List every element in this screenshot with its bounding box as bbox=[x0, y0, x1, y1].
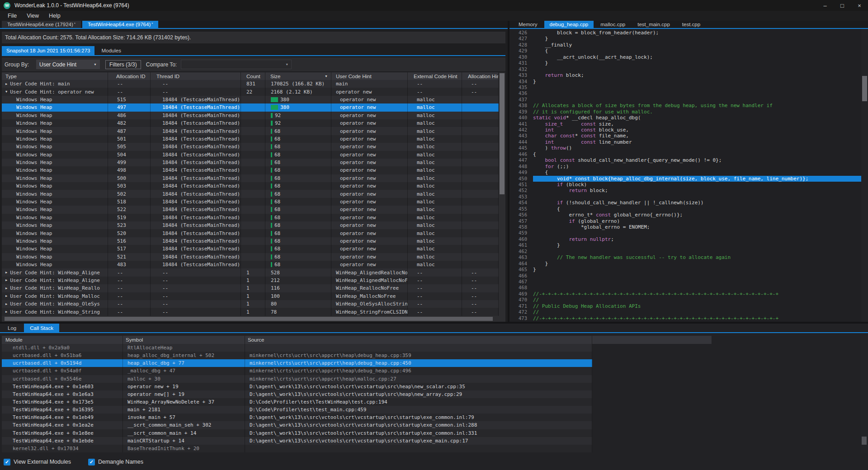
alloc-group-row[interactable]: ▶User Code Hint: WinHeap_Aligne----1212W… bbox=[2, 277, 499, 284]
allocation-table-hscrollbar[interactable] bbox=[2, 316, 499, 322]
call-stack-row[interactable]: ucrtbased.dll + 0x54a0f_malloc_dbg + 47m… bbox=[2, 367, 592, 375]
editor-tab-test-cpp[interactable]: test.cpp bbox=[677, 21, 706, 28]
hscrollbar-thumb[interactable] bbox=[5, 317, 493, 321]
call-stack-row[interactable]: ntdll.dll + 0x2a9a0RtlAllocateHeap bbox=[2, 344, 592, 352]
call-stack-row[interactable]: ucrtbased.dll + 0x5546emalloc + 30minker… bbox=[2, 375, 592, 383]
expand-icon[interactable]: ▶ bbox=[5, 82, 7, 86]
alloc-group-row[interactable]: ▼User Code Hint: operator new----222168 … bbox=[2, 88, 499, 95]
alloc-row[interactable]: Windows Heap52118484 (TestcaseMainThread… bbox=[2, 253, 499, 261]
alloc-row[interactable]: Windows Heap48318484 (TestcaseMainThread… bbox=[2, 261, 499, 268]
column-header-count[interactable]: Count bbox=[241, 72, 265, 80]
process-tab-testwinheap64-exe-9764-[interactable]: TestWinHeap64.exe (9764)* bbox=[82, 21, 158, 28]
column-header-source[interactable]: Source bbox=[245, 336, 592, 344]
alloc-group-row[interactable]: ▶User Code Hint: WinHeap_Aligne----1528W… bbox=[2, 268, 499, 276]
menu-item-view[interactable]: View bbox=[22, 11, 44, 21]
group-by-dropdown[interactable]: User Code Hint ▼ bbox=[36, 60, 100, 69]
alloc-row[interactable]: Windows Heap50318484 (TestcaseMainThread… bbox=[2, 182, 499, 190]
column-header-allocation-id[interactable]: Allocation ID bbox=[108, 72, 151, 80]
alloc-row[interactable]: Windows Heap49718484 (TestcaseMainThread… bbox=[2, 103, 499, 111]
call-stack-row[interactable]: TestWinHeap64.exe + 0x1ea2e__scrt_common… bbox=[2, 421, 592, 429]
expand-icon[interactable]: ▶ bbox=[5, 310, 7, 314]
alloc-row[interactable]: Windows Heap50018484 (TestcaseMainThread… bbox=[2, 174, 499, 182]
collapse-icon[interactable]: ▼ bbox=[5, 90, 7, 94]
alloc-group-row[interactable]: ▶User Code Hint: main----831170825 (166.… bbox=[2, 80, 499, 88]
alloc-row[interactable]: Windows Heap51518484 (TestcaseMainThread… bbox=[2, 96, 499, 103]
bottom-tab-log[interactable]: Log bbox=[2, 324, 22, 332]
alloc-row[interactable]: Windows Heap51718484 (TestcaseMainThread… bbox=[2, 245, 499, 253]
maximize-button[interactable]: □ bbox=[834, 0, 851, 11]
alloc-row[interactable]: Windows Heap51818484 (TestcaseMainThread… bbox=[2, 198, 499, 206]
view-tab-modules[interactable]: Modules bbox=[97, 46, 125, 55]
column-header-allocation-hint[interactable]: Allocation Hint bbox=[462, 72, 499, 80]
alloc-row[interactable]: Windows Heap51618484 (TestcaseMainThread… bbox=[2, 237, 499, 245]
alloc-group-row[interactable]: ▶User Code Hint: WinHeap_OleSys----180Wi… bbox=[2, 300, 499, 308]
vscrollbar-thumb[interactable] bbox=[500, 73, 505, 194]
column-header-external-code-hint[interactable]: External Code Hint bbox=[408, 72, 462, 80]
bottom-tab-call-stack[interactable]: Call Stack bbox=[24, 324, 59, 332]
alloc-row[interactable]: Windows Heap52018484 (TestcaseMainThread… bbox=[2, 229, 499, 237]
alloc-group-row[interactable]: ▶User Code Hint: WinHeap_Malloc----1100W… bbox=[2, 292, 499, 300]
process-tab-testwinheap64-exe-17924-[interactable]: TestWinHeap64.exe (17924)* bbox=[2, 21, 81, 28]
column-header-user-code-hint[interactable]: User Code Hint bbox=[331, 72, 408, 80]
external-code-hint-cell: malloc bbox=[417, 215, 435, 221]
menu-item-help[interactable]: Help bbox=[44, 11, 66, 21]
editor-tab-memory[interactable]: Memory bbox=[513, 21, 543, 28]
alloc-row[interactable]: Windows Heap50518484 (TestcaseMainThread… bbox=[2, 143, 499, 150]
expand-icon[interactable]: ▶ bbox=[5, 302, 7, 306]
editor-scrollbar-thumb[interactable] bbox=[862, 76, 867, 101]
editor-tab-test-main-cpp[interactable]: test_main.cpp bbox=[632, 21, 675, 28]
call-stack-row[interactable]: TestWinHeap64.exe + 0x16395main + 2181D:… bbox=[2, 406, 592, 414]
alloc-row[interactable]: Windows Heap50218484 (TestcaseMainThread… bbox=[2, 190, 499, 197]
call-stack-row[interactable]: TestWinHeap64.exe + 0x173e5WinHeap_Array… bbox=[2, 398, 592, 406]
checkbox-checked-icon[interactable]: ✓ bbox=[4, 459, 10, 465]
line-number: 455 bbox=[509, 206, 533, 212]
alloc-row[interactable]: Windows Heap50418484 (TestcaseMainThread… bbox=[2, 151, 499, 159]
alloc-row[interactable]: Windows Heap52218484 (TestcaseMainThread… bbox=[2, 206, 499, 213]
editor-tab-malloc-cpp[interactable]: malloc.cpp bbox=[595, 21, 631, 28]
type-cell: Windows Heap bbox=[16, 246, 52, 252]
option-view-external-modules[interactable]: ✓View External Modules bbox=[4, 459, 71, 465]
call-stack-row[interactable]: TestWinHeap64.exe + 0x1e603operator new … bbox=[2, 383, 592, 390]
expand-icon[interactable]: ▶ bbox=[5, 271, 7, 274]
module-cell: ucrtbased.dll + 0x51ba6 bbox=[2, 352, 123, 359]
alloc-row[interactable]: Windows Heap51918484 (TestcaseMainThread… bbox=[2, 214, 499, 221]
call-stack-row[interactable]: TestWinHeap64.exe + 0x1ebdemainCRTStartu… bbox=[2, 437, 592, 445]
menu-item-file[interactable]: File bbox=[3, 11, 22, 21]
alloc-row[interactable]: Windows Heap49918484 (TestcaseMainThread… bbox=[2, 159, 499, 166]
view-tab-snapshot-18-jun-2021-15-01-56-273[interactable]: Snapshot 18 Jun 2021 15:01:56:273 bbox=[2, 46, 94, 55]
allocation-table-vscrollbar[interactable] bbox=[499, 72, 505, 322]
column-header-symbol[interactable]: Symbol bbox=[123, 336, 245, 344]
alloc-group-row[interactable]: ▶User Code Hint: WinHeap_Reallo----1116W… bbox=[2, 284, 499, 292]
column-header-type[interactable]: Type bbox=[2, 72, 108, 80]
alloc-row[interactable]: Windows Heap52318484 (TestcaseMainThread… bbox=[2, 221, 499, 229]
option-demangle-names[interactable]: ✓Demangle Names bbox=[88, 459, 143, 465]
filters-button[interactable]: Filters (3/3) bbox=[105, 60, 141, 69]
call-stack-row[interactable]: TestWinHeap64.exe + 0x1e6a3operator new[… bbox=[2, 390, 592, 398]
call-stack-scrollbar-thumb[interactable] bbox=[862, 437, 867, 445]
close-button[interactable]: × bbox=[851, 0, 868, 11]
alloc-row[interactable]: Windows Heap48718484 (TestcaseMainThread… bbox=[2, 127, 499, 135]
expand-icon[interactable]: ▶ bbox=[5, 278, 7, 282]
call-stack-row[interactable]: ucrtbased.dll + 0x5194dheap_alloc_dbg + … bbox=[2, 359, 592, 367]
column-header-thread-id[interactable]: Thread ID bbox=[151, 72, 241, 80]
alloc-row[interactable]: Windows Heap49818484 (TestcaseMainThread… bbox=[2, 166, 499, 174]
checkbox-checked-icon[interactable]: ✓ bbox=[88, 459, 95, 465]
editor-tab-debug-heap-cpp[interactable]: debug_heap.cpp bbox=[544, 21, 594, 28]
call-stack-vscrollbar[interactable] bbox=[861, 336, 868, 453]
minimize-button[interactable]: – bbox=[816, 0, 834, 11]
compare-to-dropdown[interactable]: ▼ bbox=[181, 60, 292, 69]
editor-vscrollbar[interactable] bbox=[861, 29, 868, 322]
call-stack-row[interactable]: TestWinHeap64.exe + 0x1eb49invoke_main +… bbox=[2, 414, 592, 421]
column-header-size[interactable]: Size▼ bbox=[265, 72, 331, 80]
alloc-row[interactable]: Windows Heap50118484 (TestcaseMainThread… bbox=[2, 135, 499, 143]
expand-icon[interactable]: ▶ bbox=[5, 287, 7, 290]
call-stack-row[interactable]: TestWinHeap64.exe + 0x1e8ee__scrt_common… bbox=[2, 429, 592, 437]
alloc-row[interactable]: Windows Heap48218484 (TestcaseMainThread… bbox=[2, 119, 499, 127]
call-stack-row[interactable]: kernel32.dll + 0x17034BaseThreadInitThun… bbox=[2, 445, 592, 452]
alloc-group-row[interactable]: ▶User Code Hint: WinHeap_String----178Wi… bbox=[2, 308, 499, 315]
expand-icon[interactable]: ▶ bbox=[5, 294, 7, 298]
call-stack-row[interactable]: ucrtbased.dll + 0x51ba6heap_alloc_dbg_in… bbox=[2, 352, 592, 359]
column-header-module[interactable]: Module bbox=[2, 336, 123, 344]
alloc-row[interactable]: Windows Heap48618484 (TestcaseMainThread… bbox=[2, 112, 499, 119]
code-line: 472// bbox=[509, 309, 861, 315]
